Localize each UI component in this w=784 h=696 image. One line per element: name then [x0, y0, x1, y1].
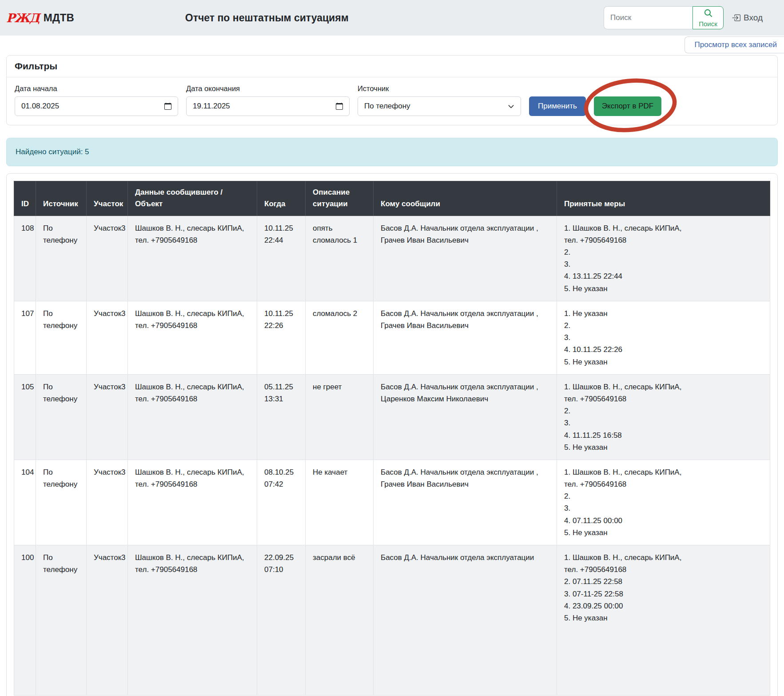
brand-name: МДТВ — [44, 12, 74, 24]
rzd-logo-icon: РЖД — [6, 12, 39, 24]
cell-section: Участок3 — [87, 301, 128, 374]
table-header-row: IDИсточникУчастокДанные сообщившего / Об… — [14, 181, 770, 216]
cell-source: По телефону — [36, 216, 87, 301]
source-selected-value: По телефону — [364, 102, 410, 111]
start-date-field-group: Дата начала — [15, 84, 178, 116]
cell-reported_to: Басов Д.А. Начальник отдела эксплуатации… — [374, 301, 557, 374]
header-right: Поиск Вход — [604, 6, 763, 29]
cell-id: 104 — [14, 460, 36, 545]
col-source: Источник — [36, 181, 87, 216]
col-reported_to: Кому сообщили — [374, 181, 557, 216]
cell-source: По телефону — [36, 460, 87, 545]
cell-when: 10.11.25 22:26 — [257, 301, 306, 374]
export-wrap: Экспорт в PDF — [594, 96, 661, 116]
search-input[interactable] — [604, 6, 692, 29]
brand: РЖД МДТВ — [6, 12, 74, 24]
cell-source: По телефону — [36, 545, 87, 696]
cell-measures: 1. Не указан 2. 3. 4. 10.11.25 22:26 5. … — [557, 301, 770, 374]
cell-reporter: Шашков В. Н., слесарь КИПиА, тел. +79056… — [128, 460, 257, 545]
cell-when: 10.11.25 22:44 — [257, 216, 306, 301]
report-table-card: IDИсточникУчастокДанные сообщившего / Об… — [6, 173, 778, 696]
filters-body: Дата начала Дата окончания — [7, 77, 777, 125]
source-label: Источник — [358, 84, 521, 93]
main-container: Просмотр всех записей Фильтры Дата начал… — [0, 36, 784, 696]
col-id: ID — [14, 181, 36, 216]
cell-reporter: Шашков В. Н., слесарь КИПиА, тел. +79056… — [128, 545, 257, 696]
export-pdf-button[interactable]: Экспорт в PDF — [594, 96, 661, 116]
app-header: РЖД МДТВ Отчет по нештатным ситуациям По… — [0, 0, 784, 36]
cell-section: Участок3 — [87, 374, 128, 460]
cell-description: Не качает — [306, 460, 374, 545]
col-section: Участок — [87, 181, 128, 216]
calendar-icon[interactable] — [336, 103, 343, 110]
table-row: 108По телефонуУчасток3Шашков В. Н., слес… — [14, 216, 770, 301]
start-date-label: Дата начала — [15, 84, 178, 93]
start-date-input[interactable] — [21, 102, 160, 111]
source-select[interactable]: По телефону — [358, 96, 521, 116]
cell-source: По телефону — [36, 374, 87, 460]
filters-card: Фильтры Дата начала Дата окончания — [6, 55, 778, 125]
cell-reporter: Шашков В. Н., слесарь КИПиА, тел. +79056… — [128, 216, 257, 301]
cell-section: Участок3 — [87, 545, 128, 696]
cell-description: засрали всё — [306, 545, 374, 696]
cell-id: 105 — [14, 374, 36, 460]
end-date-field[interactable] — [186, 96, 350, 116]
table-row: 105По телефонуУчасток3Шашков В. Н., слес… — [14, 374, 770, 460]
cell-id: 107 — [14, 301, 36, 374]
login-icon — [732, 13, 740, 22]
cell-description: опять сломалось 1 — [306, 216, 374, 301]
end-date-label: Дата окончания — [186, 84, 350, 93]
table-row: 100По телефонуУчасток3Шашков В. Н., слес… — [14, 545, 770, 696]
start-date-field[interactable] — [15, 96, 178, 116]
cell-when: 05.11.25 13:31 — [257, 374, 306, 460]
view-all-row: Просмотр всех записей — [6, 36, 784, 53]
table-body: 108По телефонуУчасток3Шашков В. Н., слес… — [14, 216, 770, 695]
chevron-down-icon — [508, 103, 514, 110]
col-description: Описание ситуации — [306, 181, 374, 216]
search-group: Поиск — [604, 6, 724, 29]
search-button-label: Поиск — [699, 20, 717, 28]
cell-reporter: Шашков В. Н., слесарь КИПиА, тел. +79056… — [128, 301, 257, 374]
page-title: Отчет по нештатным ситуациям — [185, 12, 349, 24]
calendar-icon[interactable] — [164, 103, 171, 110]
login-link[interactable]: Вход — [732, 13, 763, 23]
cell-section: Участок3 — [87, 460, 128, 545]
cell-reported_to: Басов Д.А. Начальник отдела эксплуатации… — [374, 460, 557, 545]
table-row: 104По телефонуУчасток3Шашков В. Н., слес… — [14, 460, 770, 545]
login-label: Вход — [744, 13, 763, 23]
cell-section: Участок3 — [87, 216, 128, 301]
cell-reported_to: Басов Д.А. Начальник отдела эксплуатации… — [374, 374, 557, 460]
col-reporter: Данные сообщившего / Объект — [128, 181, 257, 216]
filters-title: Фильтры — [7, 56, 777, 77]
cell-when: 08.10.25 07:42 — [257, 460, 306, 545]
view-all-button[interactable]: Просмотр всех записей — [685, 36, 784, 53]
cell-when: 22.09.25 07:10 — [257, 545, 306, 696]
table-row: 107По телефонуУчасток3Шашков В. Н., слес… — [14, 301, 770, 374]
cell-id: 100 — [14, 545, 36, 696]
col-when: Когда — [257, 181, 306, 216]
apply-button[interactable]: Применить — [529, 96, 586, 116]
cell-description: не греет — [306, 374, 374, 460]
col-measures: Принятые меры — [557, 181, 770, 216]
results-count-alert: Найдено ситуаций: 5 — [6, 138, 778, 166]
cell-measures: 1. Шашков В. Н., слесарь КИПиА, тел. +79… — [557, 545, 770, 696]
end-date-field-group: Дата окончания — [186, 84, 350, 116]
cell-id: 108 — [14, 216, 36, 301]
cell-description: сломалось 2 — [306, 301, 374, 374]
cell-reported_to: Басов Д.А. Начальник отдела эксплуатации… — [374, 216, 557, 301]
table-head: IDИсточникУчастокДанные сообщившего / Об… — [14, 181, 770, 216]
cell-measures: 1. Шашков В. Н., слесарь КИПиА, тел. +79… — [557, 216, 770, 301]
end-date-input[interactable] — [193, 102, 331, 111]
cell-reporter: Шашков В. Н., слесарь КИПиА, тел. +79056… — [128, 374, 257, 460]
source-field-group: Источник По телефону — [358, 84, 521, 116]
search-button[interactable]: Поиск — [692, 6, 724, 29]
cell-measures: 1. Шашков В. Н., слесарь КИПиА, тел. +79… — [557, 460, 770, 545]
search-icon — [704, 8, 713, 19]
cell-reported_to: Басов Д.А. Начальник отдела эксплуатации — [374, 545, 557, 696]
cell-source: По телефону — [36, 301, 87, 374]
cell-measures: 1. Шашков В. Н., слесарь КИПиА, тел. +79… — [557, 374, 770, 460]
report-table: IDИсточникУчастокДанные сообщившего / Об… — [14, 181, 770, 696]
